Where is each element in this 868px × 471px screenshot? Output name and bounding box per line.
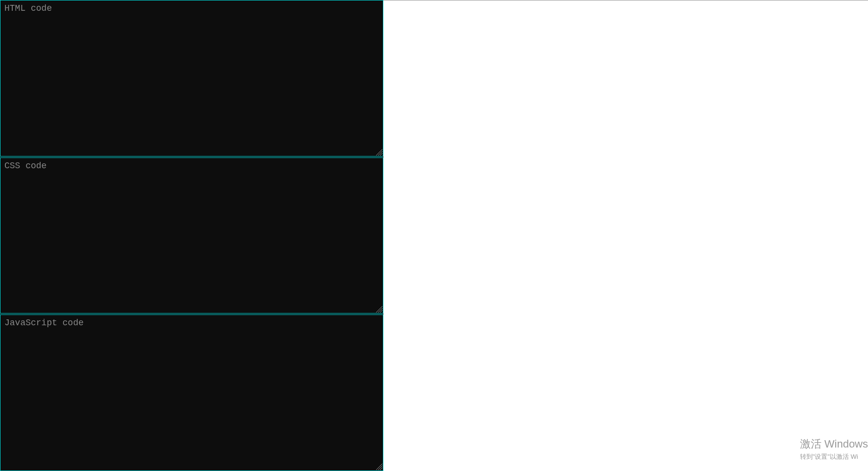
javascript-code-input[interactable] <box>0 315 383 471</box>
html-code-input[interactable] <box>0 0 383 156</box>
preview-output <box>383 0 868 471</box>
editor-panel <box>0 0 383 471</box>
html-editor-container <box>0 0 383 157</box>
preview-panel: 激活 Windows 转到"设置"以激活 Wi <box>383 0 868 471</box>
css-editor-container <box>0 157 383 314</box>
css-code-input[interactable] <box>0 158 383 314</box>
javascript-editor-container <box>0 314 383 471</box>
